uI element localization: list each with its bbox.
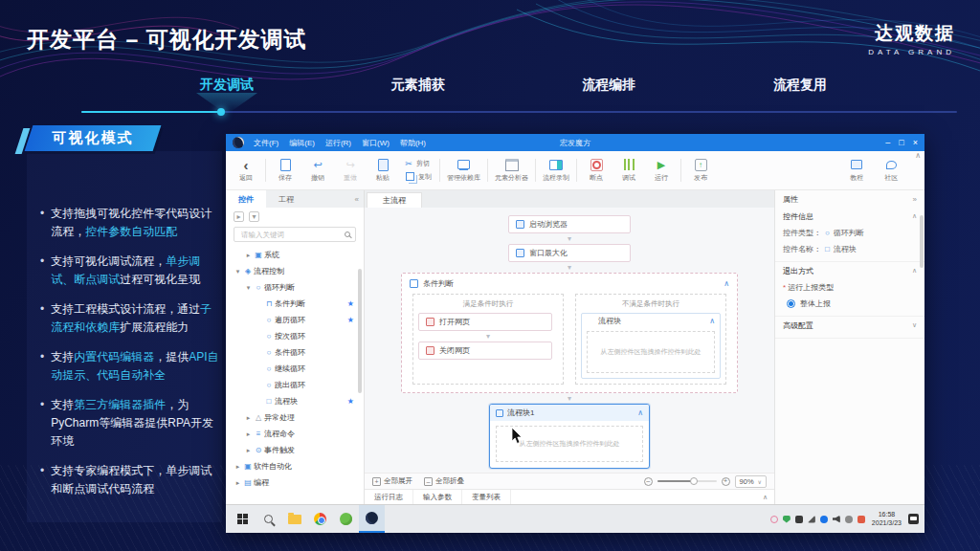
- tree-item-循环判断[interactable]: ▾○循环判断: [226, 279, 364, 296]
- tree-item-异常处理[interactable]: ▸△异常处理: [226, 409, 364, 426]
- tree-item-条件判断[interactable]: ⊓条件判断★: [226, 296, 364, 312]
- tree-item-软件自动化[interactable]: ▸▣软件自动化: [226, 458, 364, 474]
- tab-project[interactable]: 工程: [266, 190, 306, 208]
- true-branch[interactable]: 满足条件时执行 打开网页▾关闭网页: [412, 294, 564, 385]
- expand-all-button[interactable]: + 全部展开: [372, 476, 412, 486]
- flow-node-关闭网页[interactable]: 关闭网页: [418, 342, 552, 360]
- chrome-button[interactable]: [307, 505, 333, 533]
- menu-item[interactable]: 运行(R): [325, 138, 351, 148]
- bluetooth-icon[interactable]: [820, 516, 828, 523]
- chevron-right-icon[interactable]: ▸: [234, 479, 242, 487]
- collapse-block-icon[interactable]: ∧: [637, 408, 643, 417]
- toolbar-button-copy[interactable]: 复制: [404, 171, 432, 182]
- notification-center-icon[interactable]: [908, 514, 919, 524]
- toolbar-button-run[interactable]: 运行: [645, 151, 678, 189]
- report-type-radio[interactable]: 整体上报: [775, 296, 924, 312]
- chevron-down-icon[interactable]: ▾: [234, 268, 242, 276]
- section-exit-mode[interactable]: 退出方式 ∧: [775, 262, 924, 279]
- taskbar-search-button[interactable]: [256, 505, 281, 533]
- browser-360-button[interactable]: [333, 505, 359, 533]
- search-icon[interactable]: [345, 231, 350, 237]
- sub-flow-block[interactable]: 流程块 ∧ 从左侧控件区拖拽操作控件到此处: [581, 313, 721, 379]
- properties-collapse-icon[interactable]: »: [913, 195, 917, 204]
- menu-item[interactable]: 窗口(W): [362, 138, 390, 148]
- chevron-right-icon[interactable]: ▸: [244, 414, 253, 422]
- nav-tab[interactable]: 元素捕获: [361, 77, 476, 94]
- tree-item-流程控制[interactable]: ▾◈流程控制: [226, 263, 364, 279]
- chevron-right-icon[interactable]: ▸: [244, 430, 253, 438]
- device-icon[interactable]: [795, 516, 803, 523]
- toolbar-button-cut[interactable]: 剪切: [404, 159, 432, 168]
- chevron-right-icon[interactable]: ▸: [234, 463, 242, 471]
- tree-item-条件循环[interactable]: ○条件循环: [226, 344, 364, 361]
- favorite-star-icon[interactable]: ★: [347, 299, 354, 308]
- menu-item[interactable]: 文件(F): [254, 138, 278, 148]
- restore-icon[interactable]: □: [899, 139, 903, 147]
- tree-item-编程[interactable]: ▸▤编程: [226, 474, 364, 491]
- collapse-all-button[interactable]: – 全部折叠: [424, 476, 464, 486]
- section-advanced-config[interactable]: 高级配置 ∨: [775, 317, 924, 334]
- tree-item-流程命令[interactable]: ▸≡流程命令: [226, 426, 364, 442]
- tree-item-流程块[interactable]: □流程块★: [226, 393, 364, 409]
- flow-node-打开网页[interactable]: 打开网页: [418, 313, 552, 331]
- toolbar-button-library[interactable]: 管理依赖库: [443, 151, 484, 189]
- tree-item-按次循环[interactable]: ○按次循环: [226, 328, 364, 344]
- toolbar-button-community[interactable]: 社区: [875, 158, 907, 183]
- tab-main-flow[interactable]: 主流程: [367, 192, 422, 208]
- zoom-in-icon[interactable]: +: [722, 477, 730, 486]
- menu-item[interactable]: 帮助(H): [400, 138, 426, 148]
- tree-item-跳出循环[interactable]: ○跳出循环: [226, 377, 364, 393]
- toolbar-button-analyzer[interactable]: 元素分析器: [491, 151, 532, 189]
- favorite-star-icon[interactable]: ★: [347, 316, 354, 324]
- toolbar-button-back[interactable]: 返回: [230, 151, 262, 189]
- false-branch[interactable]: 不满足条件时执行 流程块 ∧ 从左侧控件区拖拽操作控件到此处: [575, 294, 726, 385]
- panel-collapse-icon[interactable]: «: [355, 195, 364, 204]
- close-icon[interactable]: ×: [913, 139, 918, 147]
- nav-tab[interactable]: 开发调试: [169, 77, 284, 94]
- toolbar-button-tutorial[interactable]: 教程: [840, 158, 873, 183]
- tab-controls[interactable]: 控件: [226, 190, 266, 208]
- toolbar-button-breakpoint[interactable]: 断点: [580, 151, 612, 189]
- flow-canvas[interactable]: 启动浏览器 ▾ 窗口最大化 ▾ 条件判断 ∧: [365, 208, 774, 473]
- start-button[interactable]: [230, 505, 256, 533]
- radio-selected-icon[interactable]: [787, 299, 795, 308]
- condition-block[interactable]: 条件判断 ∧ 满足条件时执行 打开网页▾关闭网页 不满足条件时执行: [401, 273, 738, 393]
- toolbar-button-redo[interactable]: 重做: [334, 151, 367, 189]
- nav-tab[interactable]: 流程复用: [743, 77, 858, 94]
- chevron-right-icon[interactable]: ▸: [244, 252, 253, 259]
- menu-item[interactable]: 编辑(E): [289, 138, 315, 148]
- properties-scrollbar[interactable]: [920, 215, 924, 268]
- collapse-block-icon[interactable]: ∧: [709, 317, 715, 325]
- rpa-app-taskbar-button[interactable]: [359, 505, 385, 533]
- zoom-slider-knob[interactable]: [690, 477, 698, 485]
- nav-tab[interactable]: 流程编排: [551, 77, 666, 94]
- collapse-block-icon[interactable]: ∧: [724, 279, 729, 288]
- zoom-out-icon[interactable]: –: [644, 477, 653, 486]
- tree-item-继续循环[interactable]: ○继续循环: [226, 361, 364, 377]
- toolbar-button-save[interactable]: 保存: [269, 151, 301, 189]
- toolbar-button-record[interactable]: 流程录制: [539, 151, 573, 189]
- toolbar-button-undo[interactable]: 撤销: [301, 151, 334, 189]
- tree-item-事件触发[interactable]: ▸⊙事件触发: [226, 442, 364, 458]
- output-tab-输入参数[interactable]: 输入参数: [413, 490, 462, 504]
- panel-expand-icon[interactable]: ∧: [763, 494, 774, 501]
- file-explorer-button[interactable]: [281, 505, 307, 533]
- sync-icon[interactable]: [770, 516, 778, 523]
- network-icon[interactable]: [808, 516, 815, 523]
- zoom-level-select[interactable]: 90% ∨: [735, 475, 767, 488]
- volume-icon[interactable]: [833, 516, 840, 523]
- shield-icon[interactable]: [783, 516, 791, 523]
- search-input[interactable]: [239, 230, 345, 240]
- tree-item-系统[interactable]: ▸▣系统: [226, 247, 364, 263]
- selected-flow-block[interactable]: 流程块1 ∧ 从左侧控件区拖拽操作控件到此处: [489, 404, 650, 469]
- expand-all-tree-icon[interactable]: ▸: [234, 211, 244, 222]
- security-icon[interactable]: [858, 516, 865, 523]
- toolbar-button-debug[interactable]: 调试: [612, 151, 645, 189]
- tree-scrollbar[interactable]: [358, 269, 362, 393]
- tree-item-遍历循环[interactable]: ○遍历循环★: [226, 312, 364, 328]
- favorite-star-icon[interactable]: ★: [347, 397, 354, 406]
- zoom-slider[interactable]: [657, 480, 717, 482]
- ime-icon[interactable]: [845, 516, 853, 523]
- toolbar-button-paste[interactable]: 粘贴: [367, 151, 399, 189]
- flow-node-launch-browser[interactable]: 启动浏览器: [508, 215, 631, 233]
